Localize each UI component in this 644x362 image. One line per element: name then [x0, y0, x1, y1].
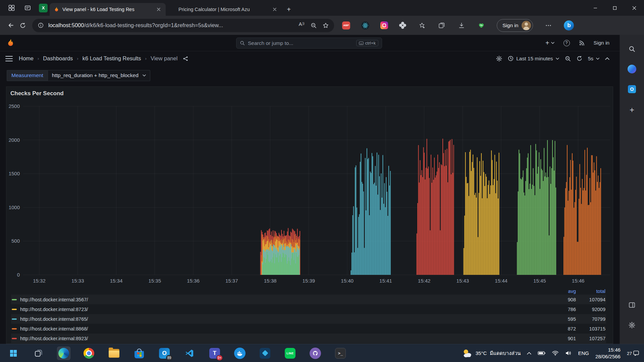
legend-row[interactable]: http://host.docker.internal:8868/ 872 10… [11, 324, 606, 334]
battery-icon[interactable] [538, 351, 545, 355]
minimize-button[interactable] [586, 0, 605, 16]
wifi-icon[interactable] [552, 351, 559, 356]
series-name[interactable]: http://host.docker.internal:8723/ [20, 307, 552, 312]
taskbar-store-icon[interactable] [132, 347, 146, 360]
site-info-icon[interactable] [36, 21, 45, 30]
taskbar-vscode-icon[interactable] [183, 347, 196, 360]
excel-pinned-tab-icon[interactable]: X [39, 4, 48, 12]
edge-sidebar: O + [620, 35, 644, 344]
notification-center[interactable]: 27 [627, 350, 639, 356]
grafana-logo-icon[interactable] [6, 39, 15, 48]
adblock-extension-icon[interactable]: ABP [342, 21, 350, 29]
legend-row[interactable]: http://host.docker.internal:8923/ 901 10… [11, 334, 606, 343]
extensions-icon[interactable] [399, 22, 407, 29]
series-name[interactable]: http://host.docker.internal:3567/ [20, 297, 552, 302]
browser-signin-button[interactable]: Sign in [497, 19, 533, 32]
favorites-icon[interactable] [418, 21, 426, 30]
weather-desc: มีแดดบางส่วน [490, 349, 521, 357]
series-color-swatch [12, 318, 17, 320]
taskbar-edge-icon[interactable] [57, 347, 70, 360]
address-bar[interactable]: localhost:5000/d/k6/k6-load-testing-resu… [32, 19, 334, 32]
time-range-picker[interactable]: Last 15 minutes [508, 56, 559, 62]
volume-icon[interactable] [565, 351, 572, 356]
clock[interactable]: 15:46 28/06/2566 [595, 347, 621, 360]
zoom-out-icon[interactable] [309, 21, 318, 30]
devtools-extension-icon[interactable] [361, 21, 369, 29]
grafana-signin-button[interactable]: Sign in [594, 40, 609, 46]
series-name[interactable]: http://host.docker.internal:8923/ [20, 336, 552, 341]
maximize-button[interactable] [605, 0, 625, 16]
series-name[interactable]: http://host.docker.internal:8765/ [20, 316, 552, 322]
url-text[interactable]: localhost:5000/d/k6/k6-load-testing-resu… [48, 22, 294, 28]
sidebar-add-icon[interactable]: + [625, 103, 639, 117]
legend-header-total[interactable]: total [576, 289, 605, 294]
taskbar-file-explorer-icon[interactable] [107, 347, 121, 360]
variable-label[interactable]: Measurement [7, 70, 48, 81]
refresh-button[interactable] [17, 19, 29, 32]
tab-close-icon[interactable] [155, 6, 162, 13]
taskbar-chrome-icon[interactable] [82, 347, 96, 360]
menu-icon[interactable] [5, 56, 13, 61]
taskbar-line-icon[interactable]: LINE [283, 347, 297, 360]
taskbar-app-tile-icon[interactable] [258, 347, 272, 360]
edge-toolbar: localhost:5000/d/k6/k6-load-testing-resu… [0, 16, 644, 35]
svg-text:500: 500 [11, 238, 20, 244]
language-indicator[interactable]: ENG [578, 350, 589, 356]
legend-header-avg[interactable]: avg [552, 289, 576, 294]
task-view-icon[interactable] [32, 347, 45, 360]
tab-close-icon[interactable] [271, 6, 278, 13]
grafana-search-input[interactable]: Search or jump to... ctrl+k [236, 38, 382, 49]
breadcrumb-home[interactable]: Home [19, 55, 34, 62]
taskbar-terminal-icon[interactable]: >_ [334, 347, 347, 360]
taskbar-docker-icon[interactable] [233, 347, 247, 360]
bing-chat-icon[interactable]: b [564, 20, 574, 31]
weather-widget[interactable]: 35°C มีแดดบางส่วน [462, 348, 521, 359]
url-host: localhost:5000 [48, 22, 84, 28]
series-name[interactable]: http://host.docker.internal:8868/ [20, 326, 552, 331]
svg-text:15:42: 15:42 [418, 278, 431, 284]
share-icon[interactable] [183, 56, 188, 61]
profile-avatar [522, 21, 531, 30]
taskbar-outlook-icon[interactable]: O 89 [158, 347, 171, 360]
breadcrumb-dashboard-name[interactable]: k6 Load Testing Results [83, 55, 141, 62]
time-zoom-out-icon[interactable] [565, 56, 571, 62]
back-button[interactable] [5, 19, 17, 32]
tab-actions-icon[interactable] [21, 1, 34, 15]
legend-row[interactable]: http://host.docker.internal:8765/ 595 70… [11, 314, 606, 324]
new-menu-button[interactable]: + [545, 40, 554, 46]
legend-row[interactable]: http://host.docker.internal:3567/ 908 10… [11, 295, 606, 304]
tab-view-panel[interactable]: View panel - k6 Load Testing Res [50, 3, 166, 16]
sidebar-outlook-icon[interactable]: O [625, 82, 639, 96]
tab-pricing-calculator[interactable]: Pricing Calculator | Microsoft Azu [166, 3, 282, 16]
collapse-icon[interactable] [605, 57, 609, 60]
workspaces-icon[interactable] [5, 1, 18, 15]
new-tab-button[interactable]: + [284, 4, 294, 14]
sidebar-copilot-icon[interactable] [625, 62, 639, 76]
legend-row[interactable]: http://host.docker.internal:8723/ 786 92… [11, 304, 606, 314]
browser-essentials-icon[interactable] [477, 21, 486, 30]
sidebar-settings-icon[interactable] [625, 318, 639, 332]
settings-more-icon[interactable] [544, 21, 553, 30]
dashboard-settings-icon[interactable] [496, 56, 502, 62]
taskbar-teams-icon[interactable]: T 9+ [208, 347, 221, 360]
checks-per-second-chart[interactable]: 0500100015002000250015:3215:3315:3415:35… [6, 100, 612, 286]
series-avg: 595 [552, 316, 576, 322]
breadcrumb-dashboards[interactable]: Dashboards [43, 55, 73, 62]
hidden-icons-chevron[interactable] [527, 352, 531, 355]
instagram-extension-icon[interactable] [380, 21, 388, 29]
sidebar-search-icon[interactable] [625, 42, 639, 56]
help-icon[interactable]: ? [564, 40, 570, 46]
taskbar-github-desktop-icon[interactable] [309, 347, 322, 360]
bookmark-star-icon[interactable] [321, 21, 330, 30]
start-button[interactable] [7, 347, 20, 360]
refresh-interval-picker[interactable]: 5s [588, 56, 599, 62]
variable-value-dropdown[interactable]: http_req_duration + http_req_blocked [48, 70, 150, 81]
read-aloud-icon[interactable]: A)) [297, 21, 306, 30]
downloads-icon[interactable] [457, 21, 466, 30]
collections-icon[interactable] [437, 21, 446, 30]
sidebar-panel-icon[interactable] [625, 298, 639, 312]
close-window-button[interactable] [625, 0, 644, 16]
refresh-dashboard-icon[interactable] [577, 56, 582, 61]
news-icon[interactable] [579, 40, 585, 46]
breadcrumb-view-panel: View panel [151, 55, 177, 62]
